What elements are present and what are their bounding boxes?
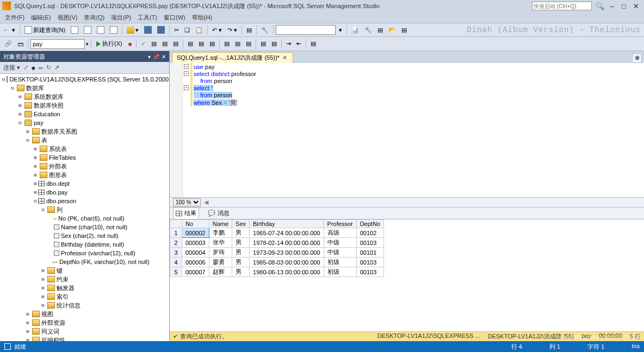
menu-project[interactable]: 项目(P) (108, 13, 134, 22)
grid-cell[interactable]: 000004 (182, 248, 209, 257)
grid-cell[interactable]: 男 (232, 228, 250, 238)
uncomment-icon[interactable]: ▤ (269, 39, 279, 48)
close-button[interactable]: ✕ (630, 2, 642, 10)
doc-tab-active[interactable]: SQLQuery1.sql -...1A1J2\洪成隆 (55))* ✕ (172, 52, 293, 63)
grid-cell[interactable]: 000006 (182, 257, 209, 267)
grid-cell[interactable]: 00103 (356, 267, 383, 277)
tree-databases[interactable]: ⊟数据库 (0, 84, 169, 92)
template-icon[interactable]: ▤ (375, 26, 385, 35)
include-stats-icon[interactable]: ▤ (196, 39, 206, 48)
new-tab-button[interactable]: ⊕ (632, 53, 642, 63)
db-icon[interactable]: 🗃 (15, 40, 26, 48)
menu-help[interactable]: 帮助(H) (189, 13, 215, 22)
refresh-icon[interactable]: ↻ (46, 64, 51, 71)
grid-cell[interactable]: 1965-07-24 00:00:00.000 (250, 228, 324, 238)
grid-cell[interactable]: 男 (232, 257, 250, 267)
tree-col-sex[interactable]: Sex (char(2), not null) (0, 231, 169, 240)
grid-cell[interactable]: 4 (170, 257, 182, 267)
tree-sysdb[interactable]: ⊞系统数据库 (0, 92, 169, 101)
menu-query[interactable]: 查询(Q) (81, 13, 107, 22)
properties-icon[interactable]: 🔧 (259, 26, 271, 35)
new-project-icon[interactable] (82, 25, 94, 35)
specify-values-icon[interactable]: ▤ (308, 39, 318, 48)
registered-servers-icon[interactable]: ▤ (244, 26, 254, 35)
object-explorer-icon[interactable]: 📂 (386, 26, 398, 35)
outdent-icon[interactable]: ⇤ (294, 39, 304, 48)
parse-icon[interactable]: ✓ (139, 39, 148, 48)
grid-cell[interactable]: 罗玮 (209, 248, 232, 257)
tree-filetables[interactable]: ⊞FileTables (0, 153, 169, 162)
tree-tables[interactable]: ⊟表 (0, 136, 169, 144)
tree-stats[interactable]: ⊞统计信息 (0, 301, 169, 310)
tree-dbo-person[interactable]: ⊟dbo.person (0, 197, 169, 205)
tab-results[interactable]: 结果 (173, 208, 199, 219)
results-file-icon[interactable]: ▤ (244, 39, 253, 48)
grid-cell[interactable]: 00103 (356, 257, 383, 267)
open-file-icon[interactable]: ▾ (125, 25, 141, 35)
grid-cell[interactable]: 00103 (356, 238, 383, 248)
include-plan-icon[interactable]: ▤ (185, 39, 195, 48)
menu-file[interactable]: 文件(F) (2, 13, 27, 22)
fold-icon[interactable]: − (184, 71, 189, 76)
new-file-icon[interactable] (108, 25, 120, 35)
grid-cell[interactable]: 初级 (324, 267, 356, 277)
connect-button[interactable]: 连接 ▾ (3, 64, 20, 72)
grid-cell[interactable]: 5 (170, 267, 182, 277)
tree-views[interactable]: ⊞视图 (0, 310, 169, 318)
tree-dbsnap[interactable]: ⊞数据库快照 (0, 101, 169, 110)
fold-icon[interactable]: − (184, 64, 189, 69)
change-connection-icon[interactable]: 🔗 (2, 39, 14, 48)
tree-education[interactable]: ⊞Education (0, 110, 169, 118)
grid-cell[interactable]: 1 (170, 228, 182, 238)
policy-icon[interactable]: ↗ (54, 64, 59, 71)
undo-icon[interactable]: ↶ ▾ (210, 26, 224, 35)
nav-fwd-button[interactable]: ▾ (10, 26, 17, 35)
grid-cell[interactable]: 赵辉 (209, 267, 232, 277)
search-icon[interactable]: 🔍 (594, 2, 606, 10)
panel-dropdown-icon[interactable]: ▾ (148, 54, 151, 60)
grid-cell[interactable]: 1973-09-23 00:00:00.000 (250, 248, 324, 257)
minimize-button[interactable]: – (606, 2, 618, 10)
paste-icon[interactable]: 📋 (193, 26, 205, 35)
grid-cell[interactable]: 1985-08-03 00:00:00.000 (250, 257, 324, 267)
solution-dropdown[interactable] (276, 25, 336, 35)
new-query-button[interactable]: 新建查询(N) (22, 25, 67, 35)
grid-cell[interactable]: 男 (232, 267, 250, 277)
grid-cell[interactable]: 中级 (324, 238, 356, 248)
panel-close-icon[interactable]: ✕ (162, 54, 166, 60)
grid-cell[interactable]: 3 (170, 248, 182, 257)
tree-triggers[interactable]: ⊞触发器 (0, 284, 169, 292)
grid-cell[interactable]: 000007 (182, 267, 209, 277)
tree-synonyms[interactable]: ⊞同义词 (0, 327, 169, 336)
tree-columns[interactable]: ⊟列 (0, 205, 169, 214)
tree-server[interactable]: ⊟DESKTOP-LV1A1J2\SQLEXPRESS (SQL Server … (0, 75, 169, 84)
grid-cell[interactable]: 李鹏 (209, 228, 232, 238)
disconnect-icon[interactable]: ⤢ (23, 64, 28, 71)
grid-cell[interactable]: 1978-02-14 00:00:00.000 (250, 238, 324, 248)
tree-col-professor[interactable]: Professor (varchar(12), null) (0, 249, 169, 257)
results-grid-icon[interactable]: ▤ (233, 39, 243, 48)
tree-ext-res[interactable]: ⊞外部资源 (0, 318, 169, 327)
grid-cell[interactable]: 高级 (324, 228, 356, 238)
query-options-icon[interactable]: ▤ (160, 39, 170, 48)
menu-window[interactable]: 窗口(W) (161, 13, 188, 22)
redo-icon[interactable]: ↷ ▾ (225, 26, 239, 35)
tree-dbo-pay[interactable]: ⊞dbo.pay (0, 188, 169, 197)
object-tree[interactable]: ⊟DESKTOP-LV1A1J2\SQLEXPRESS (SQL Server … (0, 74, 169, 341)
new-item-icon[interactable] (95, 25, 107, 35)
quick-launch-input[interactable] (532, 2, 592, 10)
fold-icon[interactable]: − (184, 85, 189, 90)
activity-monitor-icon[interactable]: 📊 (349, 26, 361, 35)
grid-cell[interactable]: 00102 (356, 228, 383, 238)
menu-tools[interactable]: 工具(T) (135, 13, 160, 22)
menu-edit[interactable]: 编辑(E) (28, 13, 54, 22)
tree-programmability[interactable]: ⊞可编程性 (0, 336, 169, 341)
grid-cell[interactable]: 张华 (209, 238, 232, 248)
display-plan-icon[interactable]: ▤ (149, 39, 159, 48)
grid-cell[interactable]: 男 (232, 248, 250, 257)
close-tab-icon[interactable]: ✕ (282, 54, 287, 61)
cut-icon[interactable]: ✂ (172, 26, 181, 35)
intellisense-icon[interactable]: ▤ (171, 39, 181, 48)
tab-messages[interactable]: 💬消息 (206, 208, 232, 218)
indent-icon[interactable]: ⇥ (284, 39, 293, 48)
